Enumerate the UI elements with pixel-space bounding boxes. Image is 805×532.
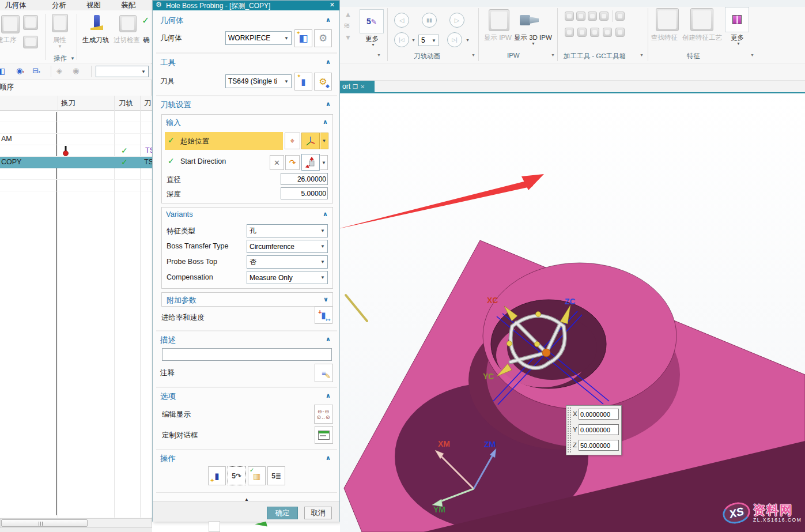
additional-params-box[interactable]: 附加参数 ∨: [161, 292, 333, 307]
more-a-dropdown-icon[interactable]: ▼: [371, 43, 375, 47]
tool-collapse-icon[interactable]: ∧: [326, 58, 331, 66]
start-position-row[interactable]: ✓ 起始位置: [165, 132, 283, 150]
actions-collapse-icon[interactable]: ∧: [326, 454, 331, 462]
find-object-icon[interactable]: ◉▪: [16, 66, 24, 75]
gc-tool-icon-7[interactable]: [577, 28, 587, 37]
ribbon-tab-view[interactable]: 视图: [86, 1, 101, 10]
ipw-group-dropdown-icon[interactable]: ▼: [551, 53, 555, 57]
notes-button[interactable]: ≡ ✎: [315, 364, 333, 382]
feeds-speeds-button[interactable]: ▮ + ↦: [315, 306, 332, 324]
tool-path-tool-icon[interactable]: ◈: [56, 66, 62, 75]
navigator-row-empty-2[interactable]: [0, 122, 152, 134]
wcs-xc-label[interactable]: XC: [487, 296, 498, 305]
gc-tool-icon-4[interactable]: [599, 12, 609, 21]
find-feature-icon[interactable]: [656, 8, 679, 31]
animation-group-dropdown-icon[interactable]: ▼: [471, 53, 475, 57]
additional-params-header[interactable]: 附加参数: [167, 295, 196, 305]
column-header-tool[interactable]: 刀: [144, 99, 152, 108]
show-3d-ipw-icon[interactable]: [520, 10, 543, 30]
edit-object-button[interactable]: 5✎: [360, 9, 384, 33]
feature-more-dropdown-icon[interactable]: ▼: [736, 41, 740, 46]
gc-tool-icon-5[interactable]: [615, 12, 625, 21]
new-tool-button[interactable]: ▮ ✦: [294, 73, 312, 90]
geometry-select[interactable]: WORKPIECE▼: [225, 31, 292, 45]
coord-x-input[interactable]: 0.0000000: [579, 409, 619, 420]
properties-icon[interactable]: [52, 14, 68, 32]
verify-action-button[interactable]: ▥ ✓: [248, 466, 266, 485]
new-geometry-button[interactable]: ◧ ✦: [294, 29, 312, 47]
navigator-row-copy-selected[interactable]: COPY ✓ TS: [0, 157, 152, 168]
options-header[interactable]: 选项: [160, 391, 176, 402]
create-method-icon[interactable]: [23, 36, 38, 48]
path-settings-header[interactable]: 刀轨设置: [160, 100, 191, 110]
create-operation-icon[interactable]: [1, 15, 20, 33]
gc-tool-icon-6[interactable]: [565, 28, 574, 37]
dialog-collapse-strip[interactable]: ▲: [156, 492, 337, 500]
coord-z-input[interactable]: 50.000000: [579, 440, 619, 451]
inferred-vector-button[interactable]: ✕: [270, 155, 284, 170]
show-3d-ipw-dropdown-icon[interactable]: ▼: [531, 41, 535, 46]
move-down-icon[interactable]: ▼: [345, 33, 352, 41]
start-position-options-dropdown[interactable]: ▼: [320, 133, 328, 149]
ribbon-tab-geometry[interactable]: 几何体: [5, 1, 27, 10]
coord-box-drag-handle[interactable]: [567, 407, 572, 453]
play-backward-button[interactable]: ◁: [394, 13, 409, 28]
feature-more-label[interactable]: 更多: [731, 33, 744, 42]
ribbon-tab-assembly[interactable]: 装配: [121, 1, 135, 10]
create-feature-process-icon[interactable]: [690, 8, 713, 31]
feature-type-select[interactable]: 孔▼: [247, 224, 328, 237]
generate-toolpath-icon[interactable]: [89, 14, 104, 33]
wcs-zc-label[interactable]: ZC: [565, 297, 576, 306]
dialog-titlebar[interactable]: ⚙ Hole Boss Probing - [探测_COPY] ✕: [153, 1, 339, 10]
part-tab-close-icon[interactable]: ✕: [360, 84, 365, 90]
probe-boss-top-select[interactable]: 否▼: [247, 255, 328, 269]
animation-speed-spinner[interactable]: 5▼: [418, 35, 439, 46]
properties-dropdown-icon[interactable]: ▼: [58, 44, 62, 49]
input-collapse-icon[interactable]: ∧: [323, 118, 328, 126]
specify-start-point-button[interactable]: ⌖: [285, 133, 300, 149]
additional-params-expand-icon[interactable]: ∨: [323, 296, 328, 303]
replay-action-button[interactable]: 5↷: [228, 466, 245, 485]
description-collapse-icon[interactable]: ∧: [326, 335, 331, 343]
step-back-dropdown-icon[interactable]: ▼: [411, 38, 415, 42]
tool-section-header[interactable]: 工具: [160, 58, 176, 68]
layers-icon[interactable]: ≋: [343, 21, 350, 30]
gc-tool-icon-9[interactable]: [603, 28, 612, 37]
actions-header[interactable]: 操作: [160, 454, 176, 464]
coord-y-input[interactable]: 0.0000000: [579, 424, 619, 435]
group-a-dialog-icon[interactable]: ▼: [377, 53, 381, 57]
step-last-button[interactable]: ▷|: [447, 32, 462, 47]
vector-dialog-button[interactable]: ↷: [285, 155, 300, 170]
wcs-yc-label[interactable]: YC: [483, 372, 494, 381]
confirm-toolpath-icon[interactable]: ✓: [142, 15, 152, 32]
edit-tool-button[interactable]: ⚙ ◆: [314, 73, 332, 90]
options-collapse-icon[interactable]: ∧: [326, 392, 331, 399]
navigator-row-program[interactable]: AM: [0, 134, 152, 145]
navigator-row-empty-1[interactable]: [0, 111, 152, 122]
direction-options-dropdown[interactable]: ▼: [320, 155, 328, 170]
depth-input[interactable]: 5.00000: [281, 187, 328, 199]
pause-button[interactable]: ▮▮: [422, 13, 437, 28]
edit-geometry-button[interactable]: ⚙: [314, 29, 332, 47]
measure-icon[interactable]: ⊟▪: [32, 66, 40, 75]
geometry-collapse-icon[interactable]: ∧: [326, 16, 331, 24]
tool-select[interactable]: TS649 (Single ti▼: [225, 74, 292, 88]
geometry-section-header[interactable]: 几何体: [160, 16, 184, 26]
compensation-select[interactable]: Measure Only▼: [247, 271, 328, 284]
part-tab[interactable]: ort ❐ ✕: [340, 81, 375, 92]
column-header-toolpath[interactable]: 刀轨: [119, 99, 133, 108]
step-first-button[interactable]: |◁: [394, 32, 409, 47]
listing-action-button[interactable]: 5≣: [267, 466, 285, 485]
gc-tool-icon-3[interactable]: [588, 12, 597, 21]
gc-tool-icon-2[interactable]: [576, 12, 585, 21]
description-header[interactable]: 描述: [160, 335, 176, 345]
boss-transfer-type-select[interactable]: Circumference▼: [247, 240, 328, 253]
variants-subheader[interactable]: Variants: [166, 210, 193, 218]
path-settings-collapse-icon[interactable]: ∧: [326, 100, 331, 108]
input-subheader[interactable]: 输入: [166, 118, 181, 128]
operations-group-label[interactable]: 操作: [54, 54, 67, 63]
quick-filter-dropdown[interactable]: ▼: [96, 66, 149, 77]
variants-collapse-icon[interactable]: ∧: [323, 210, 328, 218]
feature-group-dropdown-icon[interactable]: ▼: [750, 53, 754, 57]
play-forward-button[interactable]: ▷: [449, 13, 464, 28]
